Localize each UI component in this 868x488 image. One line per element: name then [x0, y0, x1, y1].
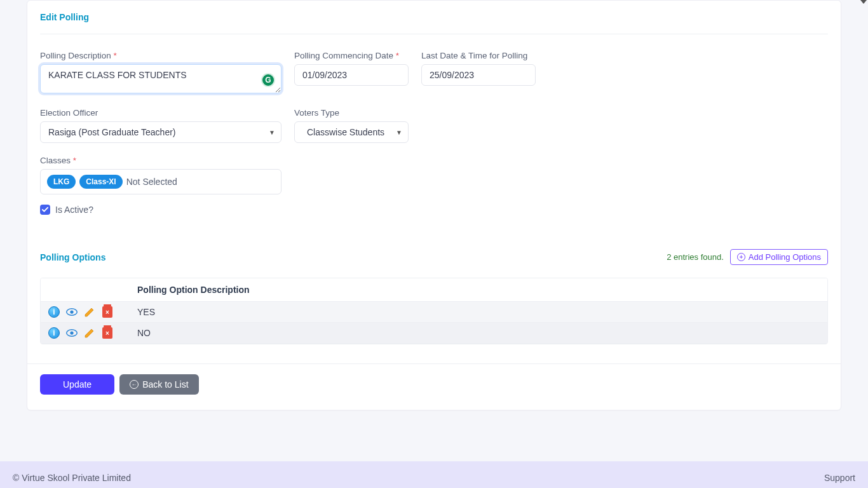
info-icon[interactable]: i	[48, 306, 60, 318]
site-footer: © Virtue Skool Private Limited Support	[0, 461, 868, 488]
delete-icon[interactable]: ×	[102, 306, 113, 318]
view-icon[interactable]	[66, 327, 78, 339]
polling-description-input[interactable]: KARATE CLASS FOR STUDENTS	[40, 64, 281, 93]
classes-multiselect[interactable]: LKG Class-XI Not Selected	[40, 169, 281, 194]
polling-options-table: Polling Option Description i×YESi×NO	[40, 278, 828, 344]
info-icon[interactable]: i	[48, 327, 60, 339]
row-description: YES	[130, 302, 827, 322]
grammarly-icon: G	[261, 73, 275, 87]
election-officer-select[interactable]: Rasiga (Post Graduate Teacher)	[40, 121, 281, 143]
back-to-list-button[interactable]: ← Back to List	[119, 374, 198, 395]
back-to-list-label: Back to List	[142, 379, 188, 390]
edit-icon[interactable]	[84, 327, 95, 339]
label-commencing-date: Polling Commencing Date *	[294, 51, 409, 60]
table-header-description: Polling Option Description	[130, 278, 827, 301]
label-election-officer: Election Officer	[40, 108, 281, 118]
class-chip[interactable]: LKG	[47, 175, 76, 189]
last-date-input[interactable]	[421, 64, 536, 86]
delete-icon[interactable]: ×	[102, 327, 113, 339]
label-classes-text: Classes	[40, 156, 71, 165]
label-commencing-date-text: Polling Commencing Date	[294, 51, 393, 60]
footer-copyright: © Virtue Skool Private Limited	[13, 473, 131, 483]
election-officer-value: Rasiga (Post Graduate Teacher)	[48, 127, 176, 137]
label-classes: Classes *	[40, 156, 281, 165]
row-actions: i×	[41, 323, 130, 343]
label-polling-description-text: Polling Description	[40, 51, 111, 60]
voters-type-value: Classwise Students	[307, 127, 384, 137]
row-description: NO	[130, 323, 827, 343]
table-header: Polling Option Description	[41, 278, 827, 302]
add-polling-options-label: Add Polling Options	[749, 252, 821, 262]
class-chip[interactable]: Class-XI	[79, 175, 122, 189]
add-polling-options-button[interactable]: + Add Polling Options	[730, 249, 828, 265]
commencing-date-input[interactable]	[294, 64, 409, 86]
svg-point-1	[70, 310, 73, 313]
support-link[interactable]: Support	[824, 473, 855, 483]
plus-circle-icon: +	[737, 253, 745, 261]
classes-placeholder: Not Selected	[126, 177, 177, 187]
scroll-up-icon[interactable]	[860, 0, 867, 4]
row-actions: i×	[41, 302, 130, 322]
label-voters-type: Voters Type	[294, 108, 409, 118]
table-row: i×YES	[41, 302, 827, 323]
view-icon[interactable]	[66, 306, 78, 318]
edit-icon[interactable]	[84, 306, 95, 318]
label-polling-description: Polling Description *	[40, 51, 281, 60]
entries-found-text: 2 entries found.	[667, 252, 724, 262]
label-last-date: Last Date & Time for Polling	[421, 51, 536, 60]
section-title-edit-polling: Edit Polling	[40, 7, 828, 34]
table-header-actions	[41, 278, 130, 301]
is-active-label: Is Active?	[55, 205, 93, 215]
voters-type-select[interactable]: Classwise Students	[294, 121, 409, 143]
is-active-checkbox[interactable]	[40, 205, 50, 215]
table-row: i×NO	[41, 323, 827, 344]
update-button[interactable]: Update	[40, 374, 114, 395]
back-arrow-icon: ←	[130, 380, 139, 389]
divider	[40, 34, 828, 34]
section-title-polling-options: Polling Options	[40, 252, 105, 262]
svg-point-3	[70, 331, 73, 334]
